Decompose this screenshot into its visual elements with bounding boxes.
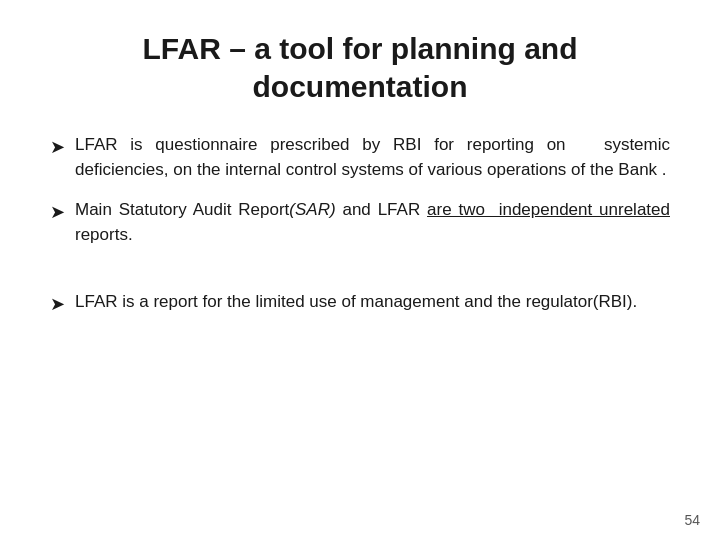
bullet-arrow-icon: ➤: [50, 291, 65, 317]
slide: LFAR – a tool for planning and documenta…: [0, 0, 720, 540]
bullet-arrow-icon: ➤: [50, 134, 65, 160]
bullet-text-2: Main Statutory Audit Report(SAR) and LFA…: [75, 198, 670, 247]
bullet-text-3: LFAR is a report for the limited use of …: [75, 290, 670, 315]
title-line1: LFAR – a tool for planning and: [50, 30, 670, 68]
bullet-arrow-icon: ➤: [50, 199, 65, 225]
content-area: ➤ LFAR is questionnaire prescribed by RB…: [50, 133, 670, 520]
title-line2: documentation: [50, 68, 670, 106]
list-item: ➤ Main Statutory Audit Report(SAR) and L…: [50, 198, 670, 247]
bullet-text-1: LFAR is questionnaire prescribed by RBI …: [75, 133, 670, 182]
page-number: 54: [684, 512, 700, 528]
spacer: [50, 264, 670, 274]
list-item: ➤ LFAR is questionnaire prescribed by RB…: [50, 133, 670, 182]
list-item: ➤ LFAR is a report for the limited use o…: [50, 290, 670, 317]
slide-title: LFAR – a tool for planning and documenta…: [50, 30, 670, 105]
